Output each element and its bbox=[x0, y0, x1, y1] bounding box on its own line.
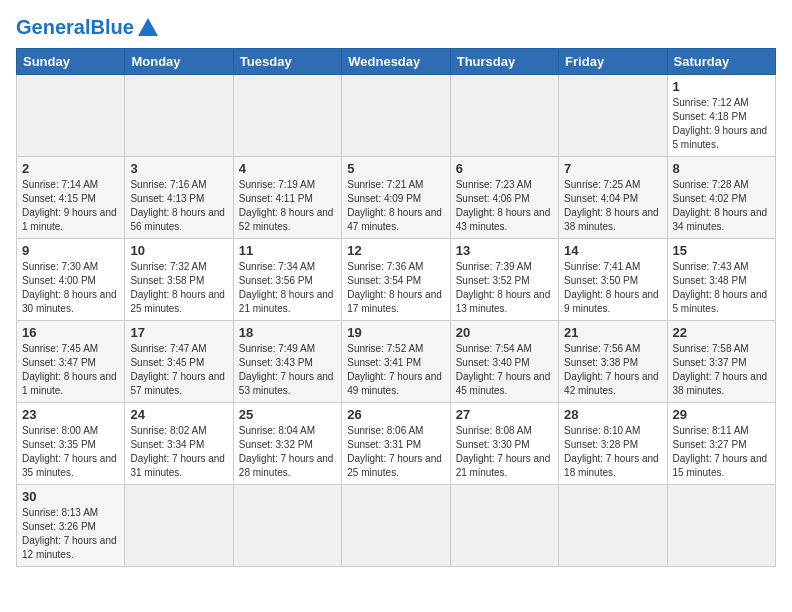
calendar-week-row: 2Sunrise: 7:14 AM Sunset: 4:15 PM Daylig… bbox=[17, 157, 776, 239]
day-number: 9 bbox=[22, 243, 119, 258]
day-info: Sunrise: 8:06 AM Sunset: 3:31 PM Dayligh… bbox=[347, 424, 444, 480]
calendar-day-cell: 10Sunrise: 7:32 AM Sunset: 3:58 PM Dayli… bbox=[125, 239, 233, 321]
weekday-header-wednesday: Wednesday bbox=[342, 49, 450, 75]
day-number: 24 bbox=[130, 407, 227, 422]
day-number: 23 bbox=[22, 407, 119, 422]
day-info: Sunrise: 7:49 AM Sunset: 3:43 PM Dayligh… bbox=[239, 342, 336, 398]
calendar-day-cell: 7Sunrise: 7:25 AM Sunset: 4:04 PM Daylig… bbox=[559, 157, 667, 239]
weekday-header-saturday: Saturday bbox=[667, 49, 775, 75]
day-info: Sunrise: 7:21 AM Sunset: 4:09 PM Dayligh… bbox=[347, 178, 444, 234]
calendar-week-row: 16Sunrise: 7:45 AM Sunset: 3:47 PM Dayli… bbox=[17, 321, 776, 403]
day-info: Sunrise: 7:14 AM Sunset: 4:15 PM Dayligh… bbox=[22, 178, 119, 234]
logo-icon bbox=[138, 18, 158, 36]
calendar-day-cell bbox=[450, 485, 558, 567]
day-info: Sunrise: 8:11 AM Sunset: 3:27 PM Dayligh… bbox=[673, 424, 770, 480]
day-info: Sunrise: 7:32 AM Sunset: 3:58 PM Dayligh… bbox=[130, 260, 227, 316]
calendar-day-cell bbox=[233, 75, 341, 157]
day-number: 6 bbox=[456, 161, 553, 176]
calendar-day-cell bbox=[233, 485, 341, 567]
day-info: Sunrise: 7:16 AM Sunset: 4:13 PM Dayligh… bbox=[130, 178, 227, 234]
calendar-day-cell: 18Sunrise: 7:49 AM Sunset: 3:43 PM Dayli… bbox=[233, 321, 341, 403]
calendar-day-cell: 4Sunrise: 7:19 AM Sunset: 4:11 PM Daylig… bbox=[233, 157, 341, 239]
day-number: 16 bbox=[22, 325, 119, 340]
calendar-day-cell: 23Sunrise: 8:00 AM Sunset: 3:35 PM Dayli… bbox=[17, 403, 125, 485]
calendar-day-cell bbox=[450, 75, 558, 157]
day-number: 21 bbox=[564, 325, 661, 340]
logo: GeneralBlue bbox=[16, 16, 158, 38]
day-info: Sunrise: 7:34 AM Sunset: 3:56 PM Dayligh… bbox=[239, 260, 336, 316]
logo-triangle bbox=[138, 18, 158, 36]
calendar-day-cell: 29Sunrise: 8:11 AM Sunset: 3:27 PM Dayli… bbox=[667, 403, 775, 485]
page-header: GeneralBlue bbox=[16, 16, 776, 38]
calendar-day-cell: 17Sunrise: 7:47 AM Sunset: 3:45 PM Dayli… bbox=[125, 321, 233, 403]
day-info: Sunrise: 7:41 AM Sunset: 3:50 PM Dayligh… bbox=[564, 260, 661, 316]
day-number: 17 bbox=[130, 325, 227, 340]
logo-blue: Blue bbox=[90, 16, 133, 38]
day-info: Sunrise: 8:08 AM Sunset: 3:30 PM Dayligh… bbox=[456, 424, 553, 480]
day-number: 27 bbox=[456, 407, 553, 422]
calendar-table: SundayMondayTuesdayWednesdayThursdayFrid… bbox=[16, 48, 776, 567]
calendar-day-cell bbox=[125, 75, 233, 157]
day-info: Sunrise: 7:56 AM Sunset: 3:38 PM Dayligh… bbox=[564, 342, 661, 398]
day-number: 15 bbox=[673, 243, 770, 258]
day-number: 14 bbox=[564, 243, 661, 258]
day-info: Sunrise: 7:23 AM Sunset: 4:06 PM Dayligh… bbox=[456, 178, 553, 234]
day-number: 25 bbox=[239, 407, 336, 422]
day-info: Sunrise: 7:43 AM Sunset: 3:48 PM Dayligh… bbox=[673, 260, 770, 316]
day-info: Sunrise: 7:25 AM Sunset: 4:04 PM Dayligh… bbox=[564, 178, 661, 234]
calendar-day-cell: 25Sunrise: 8:04 AM Sunset: 3:32 PM Dayli… bbox=[233, 403, 341, 485]
day-number: 7 bbox=[564, 161, 661, 176]
day-info: Sunrise: 7:47 AM Sunset: 3:45 PM Dayligh… bbox=[130, 342, 227, 398]
day-number: 28 bbox=[564, 407, 661, 422]
day-number: 20 bbox=[456, 325, 553, 340]
day-number: 11 bbox=[239, 243, 336, 258]
calendar-day-cell bbox=[342, 75, 450, 157]
calendar-day-cell: 13Sunrise: 7:39 AM Sunset: 3:52 PM Dayli… bbox=[450, 239, 558, 321]
day-info: Sunrise: 7:54 AM Sunset: 3:40 PM Dayligh… bbox=[456, 342, 553, 398]
calendar-day-cell: 8Sunrise: 7:28 AM Sunset: 4:02 PM Daylig… bbox=[667, 157, 775, 239]
day-number: 13 bbox=[456, 243, 553, 258]
day-info: Sunrise: 7:52 AM Sunset: 3:41 PM Dayligh… bbox=[347, 342, 444, 398]
day-number: 10 bbox=[130, 243, 227, 258]
day-info: Sunrise: 7:36 AM Sunset: 3:54 PM Dayligh… bbox=[347, 260, 444, 316]
calendar-week-row: 9Sunrise: 7:30 AM Sunset: 4:00 PM Daylig… bbox=[17, 239, 776, 321]
day-number: 5 bbox=[347, 161, 444, 176]
day-info: Sunrise: 7:28 AM Sunset: 4:02 PM Dayligh… bbox=[673, 178, 770, 234]
day-number: 3 bbox=[130, 161, 227, 176]
calendar-week-row: 30Sunrise: 8:13 AM Sunset: 3:26 PM Dayli… bbox=[17, 485, 776, 567]
day-number: 8 bbox=[673, 161, 770, 176]
weekday-header-row: SundayMondayTuesdayWednesdayThursdayFrid… bbox=[17, 49, 776, 75]
day-info: Sunrise: 7:30 AM Sunset: 4:00 PM Dayligh… bbox=[22, 260, 119, 316]
calendar-day-cell: 27Sunrise: 8:08 AM Sunset: 3:30 PM Dayli… bbox=[450, 403, 558, 485]
weekday-header-friday: Friday bbox=[559, 49, 667, 75]
day-info: Sunrise: 7:58 AM Sunset: 3:37 PM Dayligh… bbox=[673, 342, 770, 398]
calendar-week-row: 1Sunrise: 7:12 AM Sunset: 4:18 PM Daylig… bbox=[17, 75, 776, 157]
calendar-day-cell: 3Sunrise: 7:16 AM Sunset: 4:13 PM Daylig… bbox=[125, 157, 233, 239]
calendar-day-cell: 19Sunrise: 7:52 AM Sunset: 3:41 PM Dayli… bbox=[342, 321, 450, 403]
calendar-day-cell: 11Sunrise: 7:34 AM Sunset: 3:56 PM Dayli… bbox=[233, 239, 341, 321]
calendar-day-cell: 1Sunrise: 7:12 AM Sunset: 4:18 PM Daylig… bbox=[667, 75, 775, 157]
calendar-day-cell: 14Sunrise: 7:41 AM Sunset: 3:50 PM Dayli… bbox=[559, 239, 667, 321]
calendar-day-cell: 16Sunrise: 7:45 AM Sunset: 3:47 PM Dayli… bbox=[17, 321, 125, 403]
calendar-day-cell: 2Sunrise: 7:14 AM Sunset: 4:15 PM Daylig… bbox=[17, 157, 125, 239]
calendar-day-cell bbox=[342, 485, 450, 567]
weekday-header-thursday: Thursday bbox=[450, 49, 558, 75]
day-number: 4 bbox=[239, 161, 336, 176]
day-info: Sunrise: 8:04 AM Sunset: 3:32 PM Dayligh… bbox=[239, 424, 336, 480]
day-info: Sunrise: 7:19 AM Sunset: 4:11 PM Dayligh… bbox=[239, 178, 336, 234]
calendar-day-cell: 28Sunrise: 8:10 AM Sunset: 3:28 PM Dayli… bbox=[559, 403, 667, 485]
day-info: Sunrise: 8:02 AM Sunset: 3:34 PM Dayligh… bbox=[130, 424, 227, 480]
day-info: Sunrise: 7:39 AM Sunset: 3:52 PM Dayligh… bbox=[456, 260, 553, 316]
day-number: 12 bbox=[347, 243, 444, 258]
calendar-day-cell bbox=[125, 485, 233, 567]
calendar-day-cell bbox=[559, 75, 667, 157]
calendar-day-cell bbox=[667, 485, 775, 567]
calendar-day-cell: 24Sunrise: 8:02 AM Sunset: 3:34 PM Dayli… bbox=[125, 403, 233, 485]
calendar-day-cell: 21Sunrise: 7:56 AM Sunset: 3:38 PM Dayli… bbox=[559, 321, 667, 403]
calendar-day-cell: 6Sunrise: 7:23 AM Sunset: 4:06 PM Daylig… bbox=[450, 157, 558, 239]
calendar-day-cell bbox=[559, 485, 667, 567]
day-number: 19 bbox=[347, 325, 444, 340]
calendar-day-cell: 12Sunrise: 7:36 AM Sunset: 3:54 PM Dayli… bbox=[342, 239, 450, 321]
calendar-day-cell: 9Sunrise: 7:30 AM Sunset: 4:00 PM Daylig… bbox=[17, 239, 125, 321]
calendar-day-cell: 5Sunrise: 7:21 AM Sunset: 4:09 PM Daylig… bbox=[342, 157, 450, 239]
